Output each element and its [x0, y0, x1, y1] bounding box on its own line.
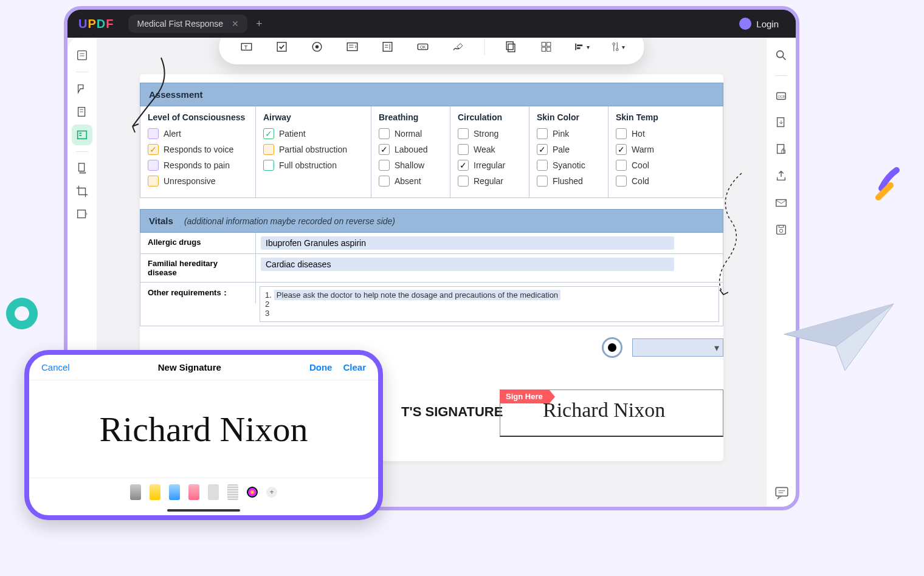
edit-mode-icon[interactable] — [72, 101, 92, 122]
chat-icon[interactable] — [774, 485, 790, 501]
checkbox-row[interactable]: Normal — [379, 128, 443, 139]
familial-field[interactable]: Cardiac diseases — [261, 258, 674, 271]
checkbox[interactable]: ✓ — [379, 144, 390, 155]
checkbox-row[interactable]: Cool — [616, 160, 680, 171]
settings-tool[interactable]: ▾ — [608, 38, 626, 56]
signature-tool[interactable] — [449, 38, 467, 56]
marker-tool[interactable] — [169, 484, 180, 500]
checkbox[interactable] — [379, 160, 390, 171]
checkbox-row[interactable]: Absent — [379, 176, 443, 187]
new-tab-button[interactable]: + — [256, 18, 263, 30]
radio-widget[interactable] — [602, 337, 622, 358]
align-tool[interactable]: ▾ — [573, 38, 591, 56]
svg-rect-14 — [277, 43, 286, 52]
search-icon[interactable] — [771, 45, 791, 66]
pencil-tool[interactable] — [208, 484, 219, 500]
checkbox[interactable] — [148, 176, 159, 187]
checkbox-row[interactable]: Regular — [458, 176, 522, 187]
radio-tool[interactable] — [308, 38, 326, 56]
listbox-tool[interactable] — [379, 38, 397, 56]
protect-icon[interactable] — [771, 139, 791, 160]
other-requirements-field[interactable]: 1.Please ask the doctor to help note the… — [260, 286, 719, 322]
add-tool-button[interactable]: + — [266, 487, 277, 498]
grid-tool[interactable] — [537, 38, 556, 56]
text-field-tool[interactable]: T — [238, 38, 256, 56]
column-title: Skin Temp — [616, 112, 680, 122]
checkbox-label: Pink — [553, 129, 569, 139]
checkbox[interactable] — [537, 176, 548, 187]
checkbox[interactable] — [616, 128, 627, 139]
checkbox-row[interactable]: ✓Irregular — [458, 160, 522, 171]
clear-button[interactable]: Clear — [343, 362, 366, 372]
svg-point-48 — [779, 229, 783, 233]
signature-canvas[interactable]: Richard Nixon — [29, 380, 378, 478]
checkbox[interactable] — [148, 160, 159, 171]
share-icon[interactable] — [771, 166, 791, 187]
tools-mode-icon[interactable] — [72, 204, 92, 225]
checkbox-row[interactable]: ✓Patient — [263, 128, 364, 139]
close-tab-icon[interactable]: ✕ — [232, 19, 239, 29]
email-icon[interactable] — [771, 193, 791, 213]
convert-icon[interactable] — [771, 112, 791, 133]
checkbox[interactable] — [263, 144, 274, 155]
reader-mode-icon[interactable] — [72, 45, 92, 66]
checkbox[interactable]: ✓ — [263, 128, 274, 139]
svg-rect-9 — [79, 163, 84, 171]
form-mode-icon[interactable] — [72, 125, 92, 145]
checkbox-row[interactable]: Cold — [616, 176, 680, 187]
checkbox[interactable] — [537, 128, 548, 139]
checkbox[interactable] — [263, 160, 274, 171]
login-button[interactable]: Login — [733, 14, 785, 33]
checkbox-row[interactable]: Pink — [537, 128, 601, 139]
ruler-tool[interactable] — [227, 484, 238, 500]
save-icon[interactable] — [771, 219, 791, 240]
checkbox-row[interactable]: Strong — [458, 128, 522, 139]
checkbox-tool[interactable] — [273, 38, 291, 56]
crop-mode-icon[interactable] — [72, 181, 92, 202]
checkbox-row[interactable]: Flushed — [537, 176, 601, 187]
button-tool[interactable]: OK — [414, 38, 432, 56]
done-button[interactable]: Done — [309, 362, 333, 372]
eraser-tool[interactable] — [188, 484, 199, 500]
dropdown-tool[interactable] — [343, 38, 362, 56]
highlighter-tool[interactable] — [150, 484, 160, 500]
checkbox[interactable] — [616, 160, 627, 171]
copy-tool[interactable] — [502, 38, 520, 56]
svg-rect-6 — [78, 131, 87, 139]
checkbox-row[interactable]: Shallow — [379, 160, 443, 171]
pen-tool[interactable] — [130, 484, 141, 500]
page-mode-icon[interactable] — [72, 158, 92, 179]
checkbox-label: Responds to pain — [164, 160, 230, 170]
checkbox-row[interactable]: Partial obstruction — [263, 144, 364, 155]
allergic-field[interactable]: Ibuprofen Granules aspirin — [261, 236, 674, 250]
svg-rect-50 — [776, 487, 788, 496]
checkbox[interactable] — [458, 128, 469, 139]
ocr-icon[interactable]: OCR — [771, 86, 791, 106]
checkbox-row[interactable]: ✓Warm — [616, 144, 680, 155]
dropdown-widget[interactable]: ▾ — [632, 338, 723, 357]
checkbox[interactable] — [379, 176, 390, 187]
document-tab[interactable]: Medical Fist Response ✕ — [128, 15, 247, 33]
checkbox-row[interactable]: Syanotic — [537, 160, 601, 171]
checkbox[interactable] — [458, 144, 469, 155]
checkbox-row[interactable]: Hot — [616, 128, 680, 139]
comment-mode-icon[interactable] — [72, 78, 92, 99]
checkbox-row[interactable]: Weak — [458, 144, 522, 155]
checkbox-row[interactable]: ✓Pale — [537, 144, 601, 155]
checkbox[interactable] — [537, 160, 548, 171]
checkbox[interactable] — [616, 176, 627, 187]
checkbox[interactable]: ✓ — [148, 144, 159, 155]
checkbox[interactable]: ✓ — [458, 160, 469, 171]
checkbox-row[interactable]: ✓Laboued — [379, 144, 443, 155]
cancel-button[interactable]: Cancel — [41, 362, 70, 372]
checkbox[interactable] — [379, 128, 390, 139]
checkbox-row[interactable]: Responds to pain — [148, 160, 248, 171]
checkbox-row[interactable]: Unresponsive — [148, 176, 248, 187]
checkbox[interactable] — [458, 176, 469, 187]
signature-field[interactable]: Sign Here Richard Nixon — [500, 389, 723, 437]
checkbox[interactable]: ✓ — [537, 144, 548, 155]
checkbox-row[interactable]: ✓Responds to voice — [148, 144, 248, 155]
checkbox[interactable]: ✓ — [616, 144, 627, 155]
checkbox-row[interactable]: Full obstruction — [263, 160, 364, 171]
color-picker[interactable] — [247, 487, 258, 498]
